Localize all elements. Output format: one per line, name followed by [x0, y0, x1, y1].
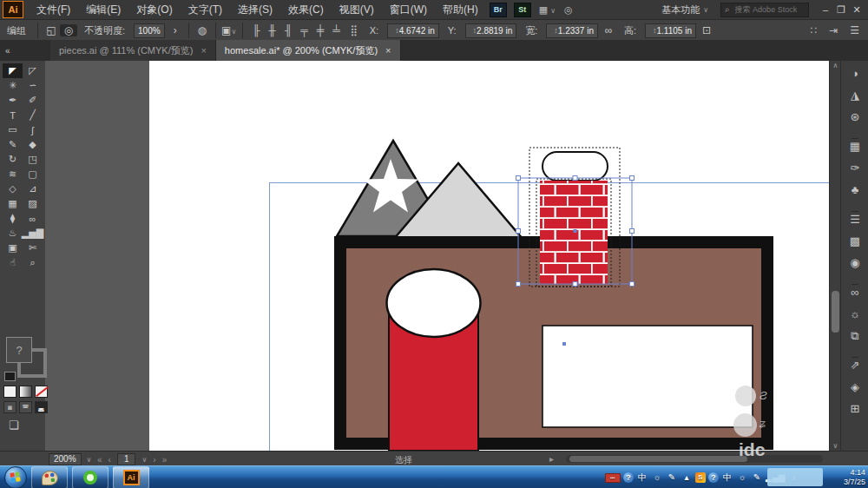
tab-close-icon[interactable]: ×: [201, 45, 206, 56]
vertical-scroll-thumb[interactable]: [832, 291, 839, 333]
taskbar-paint-app[interactable]: [31, 466, 68, 488]
rectangle-tool[interactable]: ▭: [3, 122, 23, 137]
draw-behind-mode[interactable]: ◚: [19, 401, 32, 413]
transform-bbox-icon[interactable]: ◱: [43, 24, 60, 36]
menu-window[interactable]: 窗口(W): [382, 3, 435, 17]
ime-banner-icon[interactable]: ▪▪▪: [605, 473, 621, 483]
panel-menu-icon[interactable]: ☰: [850, 24, 859, 36]
scroll-right-icon[interactable]: ▸: [549, 454, 554, 464]
zoom-level-field[interactable]: 200%: [49, 453, 82, 465]
menu-edit[interactable]: 编辑(E): [78, 3, 128, 17]
fill-swatch[interactable]: ?: [6, 337, 32, 363]
artboard-number-field[interactable]: 1: [117, 453, 136, 465]
stock-icon[interactable]: St: [514, 3, 531, 17]
menu-view[interactable]: 视图(V): [332, 3, 382, 17]
color-button[interactable]: [3, 386, 16, 398]
type-tool[interactable]: T: [3, 108, 23, 122]
artboards-panel-icon[interactable]: ⊞: [845, 401, 865, 416]
gradient-button[interactable]: [19, 386, 32, 398]
recolor-artwork-icon[interactable]: ⊛: [845, 109, 865, 124]
screen-mode-button[interactable]: ❏: [9, 419, 19, 432]
prev-artboard-button[interactable]: ‹: [108, 455, 111, 465]
symbol-sprayer-tool[interactable]: ♨: [3, 226, 23, 241]
tray-expand-icon[interactable]: ▴: [681, 472, 693, 484]
color-panel-icon[interactable]: ◑: [845, 66, 865, 81]
style-icon[interactable]: ▣∨: [220, 24, 238, 36]
help-icon[interactable]: ?: [623, 472, 634, 483]
direct-selection-tool[interactable]: ◸: [23, 63, 43, 78]
tab-pieces[interactable]: pieces.ai @ 111% (CMYK/预览) ×: [50, 40, 216, 61]
transform-again-icon[interactable]: ⊡: [698, 24, 715, 36]
tab-close-icon[interactable]: ×: [385, 45, 391, 56]
swap-fill-stroke-icon[interactable]: [4, 372, 16, 381]
hand-tool[interactable]: ☝: [3, 255, 23, 270]
blob-brush-tool[interactable]: ✐: [23, 93, 43, 108]
gradient-tool[interactable]: ▨: [23, 196, 43, 211]
horizontal-scroll-thumb[interactable]: [569, 456, 747, 462]
shape-builder-tool[interactable]: ◇: [3, 181, 23, 196]
ime2-edit-icon[interactable]: ✎: [751, 472, 763, 484]
stroke-align-icon[interactable]: ⇥: [829, 24, 838, 36]
y-value-field[interactable]: ↕2.8819 in: [465, 23, 517, 38]
rotate-tool[interactable]: ↻: [3, 152, 23, 167]
align-middle-icon[interactable]: ╪: [317, 24, 325, 36]
minimize-button[interactable]: –: [818, 4, 833, 15]
preferences-icon[interactable]: ∷: [811, 24, 818, 36]
slice-tool[interactable]: ✄: [23, 241, 43, 255]
share-screen-icon[interactable]: ◎: [560, 4, 577, 16]
magic-wand-tool[interactable]: ✳: [3, 78, 23, 93]
gradient-panel-icon[interactable]: ▩: [845, 234, 865, 248]
column-graph-tool[interactable]: ▂▅▇: [23, 226, 43, 241]
height-value-field[interactable]: ↕1.1105 in: [645, 23, 696, 38]
reference-point-icon[interactable]: ⣿: [345, 24, 363, 36]
appearance-panel-icon[interactable]: ☼: [845, 307, 865, 321]
symbols-panel-icon[interactable]: ♣: [845, 182, 865, 197]
horizontal-scrollbar[interactable]: [566, 455, 823, 463]
draw-inside-mode[interactable]: ◛: [35, 401, 48, 413]
canvas[interactable]: [45, 61, 829, 451]
menu-type[interactable]: 文字(T): [181, 3, 230, 17]
align-bottom-icon[interactable]: ╧: [332, 24, 340, 36]
menu-effect[interactable]: 效果(C): [280, 3, 332, 17]
layers-panel-icon[interactable]: ◈: [845, 379, 865, 394]
opacity-value-field[interactable]: 100%: [134, 23, 165, 38]
window-shape[interactable]: [542, 326, 753, 427]
selection-center-point[interactable]: [574, 229, 577, 233]
transparency-panel-icon[interactable]: ◉: [845, 255, 865, 270]
blend-tool[interactable]: ∞: [23, 211, 43, 226]
ime-chinese-icon[interactable]: 中: [636, 472, 648, 484]
none-button[interactable]: [35, 386, 48, 398]
menu-file[interactable]: 文件(F): [29, 3, 78, 17]
menu-select[interactable]: 选择(S): [230, 3, 280, 17]
bridge-icon[interactable]: Br: [490, 3, 507, 17]
export-panel-icon[interactable]: ⇗: [845, 358, 865, 373]
cylinder-top-ellipse[interactable]: [387, 269, 481, 337]
menu-help[interactable]: 帮助(H): [435, 3, 486, 17]
pencil-tool[interactable]: ✎: [3, 137, 23, 152]
help2-icon[interactable]: ?: [708, 472, 719, 483]
paintbrush-tool[interactable]: ʃ: [23, 122, 43, 137]
width-value-field[interactable]: ↕1.2337 in: [546, 23, 598, 38]
stock-search-box[interactable]: ⌕: [720, 3, 809, 17]
opacity-dropdown-icon[interactable]: ›: [167, 24, 184, 36]
first-artboard-button[interactable]: «: [97, 455, 102, 465]
artboard-dropdown-icon[interactable]: ∨: [141, 456, 147, 464]
close-button[interactable]: ✕: [849, 4, 865, 16]
swatches-panel-icon[interactable]: ▦: [845, 139, 865, 154]
zoom-dropdown-icon[interactable]: ∨: [87, 456, 92, 464]
x-value-field[interactable]: ↕4.6742 in: [387, 23, 439, 38]
align-left-icon[interactable]: ╟: [253, 24, 260, 36]
color-guide-panel-icon[interactable]: ◮: [845, 88, 865, 102]
scale-tool[interactable]: ◳: [23, 152, 43, 167]
ime2-settings-icon[interactable]: ☼: [736, 472, 748, 484]
ime2-chinese-icon[interactable]: 中: [721, 472, 733, 484]
recolor-artwork-icon[interactable]: ◍: [194, 24, 211, 36]
restore-button[interactable]: ❐: [833, 4, 849, 16]
last-artboard-button[interactable]: »: [162, 455, 168, 465]
link-dimensions-icon[interactable]: ∞: [600, 24, 617, 36]
workspace-switcher[interactable]: 基本功能∨: [661, 3, 708, 16]
perspective-grid-tool[interactable]: ⊿: [23, 181, 43, 196]
width-tool[interactable]: ≋: [3, 167, 23, 181]
align-top-icon[interactable]: ╤: [300, 24, 308, 36]
toolbar-collapse-button[interactable]: «: [5, 46, 10, 56]
